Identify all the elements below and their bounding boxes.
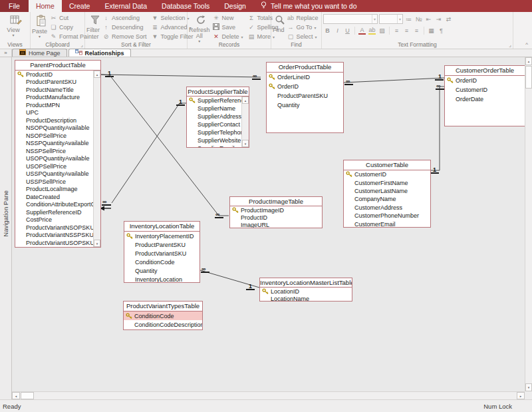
descending-button[interactable]: ↑Descending [100,23,149,32]
fill-color-button[interactable]: ▨ [378,26,386,35]
table-scrollbar[interactable]: ▴▾ [93,71,100,247]
go-to-button[interactable]: →Go To▾ [285,23,321,32]
align-center-button[interactable]: ≡ [402,26,411,35]
field-row-productparentsku[interactable]: ProductParentSKU [15,79,93,87]
navigation-pane-expand-icon[interactable]: » [0,49,12,57]
relationship-line[interactable] [344,78,444,83]
new-button[interactable]: ✳New [211,13,245,23]
field-row-customerlastname[interactable]: CustomerLastName [344,187,430,195]
table-productvarianttypestable[interactable]: ProductVariantTypesTableConditionCodeCon… [123,301,203,330]
field-row-suppliername[interactable]: SupplierName [187,104,241,112]
remove-sort-button[interactable]: ⊘Remove Sort [100,32,149,41]
field-row-locationid[interactable]: LocationID [260,288,352,295]
field-row-nsspsellprice[interactable]: NSSPSellPrice [15,147,93,155]
scroll-right-icon[interactable]: ▸ [517,392,525,399]
align-left-button[interactable]: ≡ [392,26,401,35]
field-row-productmpn[interactable]: ProductMPN [15,101,93,109]
relationship-line[interactable] [101,75,261,77]
field-row-productdescription[interactable]: ProductDescription [15,116,93,124]
field-row-productvariantusspsku[interactable]: ProductVariantUSSPSKU [15,247,93,248]
horizontal-scroll-thumb[interactable] [21,392,34,399]
collapse-ribbon-icon[interactable]: ^ [525,41,528,47]
field-row-productid[interactable]: ProductID [230,214,322,221]
numbering-button[interactable]: № [414,15,423,23]
field-row-nsopquantityavailable[interactable]: NSOPQuantityAvailable [15,124,93,132]
field-row-productimageid[interactable]: ProductImageID [230,206,322,214]
table-customertable[interactable]: CustomerTableCustomerIDCustomerFirstName… [343,160,431,228]
field-row-conditioncode[interactable]: ConditionCode [124,258,200,266]
ribbon-tab-database-tools[interactable]: Database Tools [154,0,217,12]
field-row-orderid[interactable]: OrderID [445,76,525,85]
paste-button[interactable]: Paste▾ [32,13,47,41]
save-button[interactable]: Save [211,23,245,32]
doc-tab-home-page[interactable]: Home Page [12,49,67,57]
bold-button[interactable]: B [323,26,332,35]
field-row-upc[interactable]: UPC [15,109,93,117]
field-row-productnametitle[interactable]: ProductNameTitle [15,86,93,94]
scroll-up-icon[interactable]: ▴ [94,71,100,78]
field-row-inventorylocation[interactable]: InventoryLocation [124,275,200,282]
field-row-nsspquantityavailable[interactable]: NSSPQuantityAvailable [15,140,93,148]
align-right-button[interactable]: ≡ [412,26,421,35]
horizontal-scrollbar[interactable]: ◂▸ [12,391,525,399]
table-productsuppliertable[interactable]: ProductSupplierTableSupplierReferenceIDS… [186,87,249,148]
field-row-locationname[interactable]: LocationName [260,295,352,301]
dialog-launcher-icon[interactable]: ⌟ [509,42,511,48]
scroll-up-icon[interactable]: ▴ [525,57,532,65]
text-direction-button[interactable]: ⇄ [444,15,453,23]
relationship-line[interactable] [112,103,186,203]
gridlines-button[interactable]: ▦ [427,26,436,35]
scroll-down-icon[interactable]: ▾ [525,383,532,391]
field-row-datecreated[interactable]: DateCreated [15,193,93,201]
field-row-productvariantsku[interactable]: ProductVariantSKU [124,249,200,258]
field-row-conditioncode[interactable]: ConditionCode [124,311,202,320]
replace-button[interactable]: abReplace [285,13,321,23]
find-button[interactable]: Find [273,13,285,41]
ribbon-tab-external-data[interactable]: External Data [97,0,154,12]
field-row-nsopsellprice[interactable]: NSOPSellPrice [15,132,93,140]
field-row-usopsellprice[interactable]: USOPSellPrice [15,162,93,170]
field-row-conditioncodedescription[interactable]: ConditionCodeDescription [124,320,202,329]
font-combo[interactable]: ▾ [323,14,378,24]
delete-button[interactable]: ✕Delete▾ [211,32,245,41]
ribbon-tab-create[interactable]: Create [62,0,98,12]
field-row-customerfirstname[interactable]: CustomerFirstName [344,178,430,186]
field-row-customerid[interactable]: CustomerID [445,85,525,95]
field-row-customeraddress[interactable]: CustomerAddress [344,204,430,212]
field-row-supplierreferenceid[interactable]: SupplierReferenceID [187,97,241,104]
field-row-usspquantityavailable[interactable]: USSPQuantityAvailable [15,170,93,178]
relationship-parentproducttable-orderproducttable[interactable]: 1∞ [101,70,261,79]
field-row-inventoryplacementid[interactable]: InventoryPlacementID [124,232,200,240]
view-button[interactable]: View▾ [1,13,25,41]
field-row-supplierreferenceid[interactable]: SupplierReferenceID [15,208,93,216]
field-row-productvariantnsspsku[interactable]: ProductVariantNSSPSKU [15,232,93,240]
field-row-orderdate[interactable]: OrderDate [445,95,525,104]
ascending-button[interactable]: ↓Ascending [100,13,149,23]
relationships-canvas[interactable]: 1∞∞1∞∞1∞1∞1ParentProductTableProductIDPr… [12,57,525,391]
relationship-line[interactable] [431,87,444,170]
field-row-productvariantusopsku[interactable]: ProductVariantUSOPSKU [15,239,93,247]
select-button[interactable]: ▢Select▾ [285,32,321,41]
field-row-quantity[interactable]: Quantity [124,266,200,275]
table-inventorylocationmasterlisttable[interactable]: InventoryLocationMasterListTableLocation… [259,278,352,302]
field-row-orderid[interactable]: OrderID [267,82,343,91]
table-parentproducttable[interactable]: ParentProductTableProductIDProductParent… [15,60,101,248]
scroll-left-icon[interactable]: ◂ [12,392,20,399]
vertical-scrollbar[interactable]: ▴▾ [525,57,532,391]
field-row-customeremail[interactable]: CustomerEmail [344,220,430,227]
font-color-button[interactable]: A [358,26,366,35]
field-row-supplieraddress[interactable]: SupplierAddress [187,112,241,120]
field-row-productid[interactable]: ProductID [15,71,93,79]
underline-button[interactable]: U [343,26,352,35]
table-customerordertable[interactable]: CustomerOrderTableOrderIDCustomerIDOrder… [444,65,525,126]
field-row-suppliertelephone[interactable]: SupplierTelephone [187,128,241,136]
field-row-customerphonenumber[interactable]: CustomerPhoneNumber [344,212,430,220]
field-row-conditionattributeexportcode[interactable]: ConditionAttributeExportCode [15,201,93,209]
field-row-customerid[interactable]: CustomerID [344,170,430,178]
indent-increase-button[interactable]: ⇥ [434,15,443,23]
field-row-costprice[interactable]: CostPrice [15,216,93,224]
italic-button[interactable]: I [333,26,342,35]
table-orderproducttable[interactable]: OrderProductTableOrderLineIDOrderIDProdu… [266,62,344,133]
navigation-pane-collapsed[interactable]: Navigation Pane [0,57,12,399]
scroll-up-icon[interactable]: ▴ [242,97,249,104]
